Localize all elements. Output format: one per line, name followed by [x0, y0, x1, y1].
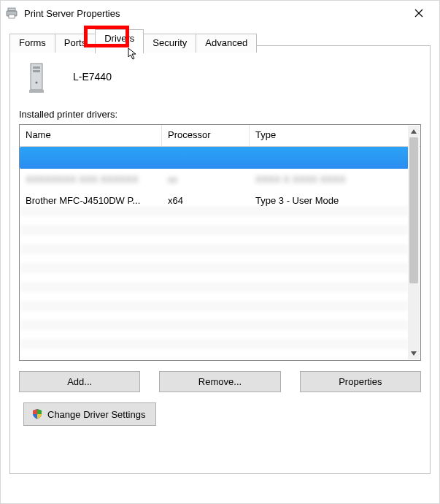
driver-list-blurred-area [20, 206, 409, 359]
remove-button[interactable]: Remove... [159, 371, 280, 392]
printer-icon [5, 7, 18, 19]
chevron-down-icon [411, 351, 417, 356]
driver-list-header: Name Processor Type [20, 125, 420, 147]
server-row: L-E7440 [26, 59, 421, 94]
driver-row-selected[interactable] [20, 147, 409, 169]
svg-rect-2 [9, 15, 15, 18]
scroll-up-button[interactable] [408, 126, 420, 137]
tab-strip: Forms Ports Drivers Security Advanced [9, 28, 431, 52]
print-server-properties-dialog: Print Server Properties Forms Ports Driv… [0, 0, 440, 504]
tab-forms[interactable]: Forms [9, 34, 55, 53]
add-button[interactable]: Add... [19, 371, 140, 392]
scroll-down-button[interactable] [408, 348, 420, 359]
scroll-thumb[interactable] [409, 137, 418, 283]
svg-point-9 [36, 82, 38, 84]
tab-advanced[interactable]: Advanced [196, 34, 257, 53]
client-area: Forms Ports Drivers Security Advanced [1, 26, 439, 503]
chevron-up-icon [411, 129, 417, 134]
close-icon [414, 9, 423, 18]
svg-rect-7 [33, 66, 40, 69]
server-tower-icon [26, 59, 51, 94]
installed-drivers-label: Installed printer drivers: [19, 109, 421, 120]
change-driver-settings-button[interactable]: Change Driver Settings [23, 402, 156, 426]
change-driver-settings-label: Change Driver Settings [47, 409, 145, 420]
tab-page-drivers: L-E7440 Installed printer drivers: Name … [9, 45, 431, 474]
driver-list[interactable]: Name Processor Type XXXXXXXX XXX XXXXXXx… [19, 124, 421, 361]
uac-shield-icon [31, 408, 43, 420]
close-button[interactable] [403, 2, 435, 24]
column-name[interactable]: Name [20, 125, 162, 146]
window-title: Print Server Properties [24, 8, 403, 19]
driver-action-row: Add... Remove... Properties [19, 371, 421, 392]
tab-ports[interactable]: Ports [55, 34, 96, 53]
driver-row-blurred[interactable]: XXXXXXXX XXX XXXXXXxxXXXX X XXXX XXXX [20, 169, 420, 190]
tab-security[interactable]: Security [143, 34, 196, 53]
scrollbar[interactable] [408, 126, 420, 359]
column-type[interactable]: Type [250, 125, 420, 146]
svg-rect-6 [29, 90, 44, 93]
server-name: L-E7440 [73, 71, 112, 83]
tab-drivers[interactable]: Drivers [95, 29, 144, 53]
column-processor[interactable]: Processor [162, 125, 250, 146]
titlebar: Print Server Properties [1, 1, 439, 26]
svg-rect-8 [33, 70, 40, 72]
properties-button[interactable]: Properties [300, 371, 421, 392]
svg-rect-0 [8, 8, 15, 11]
